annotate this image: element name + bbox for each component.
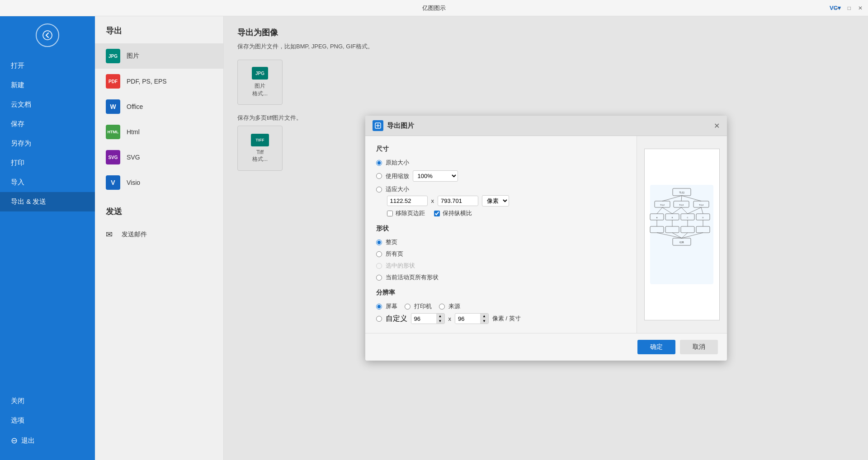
res-height-input[interactable] [455, 314, 480, 324]
maximize-button[interactable]: □ [848, 5, 851, 11]
size-original-radio[interactable] [376, 160, 382, 166]
sidebar-item-close[interactable]: 关闭 [0, 391, 95, 411]
sidebar-label-print: 打印 [11, 159, 24, 167]
middle-label-svg: SVG [127, 154, 140, 161]
size-zoom-label: 使用缩放 [386, 172, 409, 180]
dialog-preview-panel: 节点1 节点2 节点3 节点4 A [637, 136, 727, 333]
send-section-title: 发送 [95, 195, 223, 224]
shape-currentpage-radio[interactable] [376, 275, 382, 281]
middle-item-image[interactable]: JPG 图片 [95, 43, 223, 69]
fit-unit-select[interactable]: 像素 毫米 厘米 [482, 195, 509, 207]
res-printer-radio[interactable] [405, 304, 410, 310]
res-screen-row: 屏幕 [376, 302, 397, 310]
sidebar-label-exit: 退出 [21, 437, 35, 445]
middle-item-email[interactable]: ✉ 发送邮件 [95, 224, 223, 245]
sidebar-label-options: 选项 [11, 416, 24, 425]
size-fit-radio[interactable] [376, 187, 382, 192]
middle-item-visio[interactable]: V Visio [95, 170, 223, 195]
dialog-title: 导出图片 [387, 122, 414, 130]
size-original-row: 原始大小 [376, 159, 626, 167]
sidebar-label-save: 保存 [11, 120, 24, 128]
sidebar-item-new[interactable]: 新建 [0, 75, 95, 95]
shape-section-header: 形状 [376, 225, 626, 233]
size-checkbox-row: 移除页边距 保持纵横比 [387, 209, 626, 217]
sidebar-item-print[interactable]: 打印 [0, 153, 95, 173]
size-zoom-radio[interactable] [376, 173, 382, 179]
window-controls: — □ ✕ [835, 5, 863, 11]
keep-ratio-label: 保持纵横比 [443, 209, 472, 217]
close-window-button[interactable]: ✕ [858, 5, 863, 11]
jpg-icon: JPG [106, 49, 120, 63]
cancel-button[interactable]: 取消 [680, 340, 718, 354]
sidebar-item-open[interactable]: 打开 [0, 56, 95, 75]
keep-ratio-checkbox[interactable] [434, 211, 440, 216]
sidebar-label-open: 打开 [11, 61, 24, 70]
back-icon [42, 30, 52, 40]
size-zoom-row: 使用缩放 100% 50% 150% 200% [376, 170, 626, 182]
size-section-header: 尺寸 [376, 145, 626, 153]
email-icon: ✉ [106, 230, 113, 239]
shape-fullpage-row: 整页 [376, 238, 626, 246]
res-source-row: 来源 [439, 302, 460, 310]
sidebar-item-options[interactable]: 选项 [0, 411, 95, 430]
svg-text:结果: 结果 [679, 241, 684, 244]
svg-text:C: C [687, 216, 689, 219]
size-radio-group: 原始大小 使用缩放 100% 50% 150% 200% [376, 159, 626, 193]
sidebar: 打开 新建 云文档 保存 另存为 打印 导入 导出 & 发送 关闭 选项 ⊖ 退… [0, 16, 95, 460]
size-x-label: x [431, 197, 434, 204]
shape-selected-radio[interactable] [376, 263, 382, 269]
dialog-header: 导出图片 ✕ [365, 116, 727, 136]
zoom-select[interactable]: 100% 50% 150% 200% [413, 170, 458, 182]
preview-diagram: 节点1 节点2 节点3 节点4 A [646, 180, 718, 289]
res-height-down-button[interactable]: ▼ [480, 319, 488, 324]
sidebar-label-save-as: 另存为 [11, 139, 31, 148]
sidebar-label-new: 新建 [11, 81, 24, 89]
svg-text:B: B [672, 216, 673, 219]
middle-item-pdf[interactable]: PDF PDF, PS, EPS [95, 69, 223, 94]
middle-item-html[interactable]: HTML Html [95, 119, 223, 145]
sidebar-item-cloud[interactable]: 云文档 [0, 95, 95, 114]
visio-icon: V [106, 175, 120, 190]
res-source-radio[interactable] [439, 304, 445, 310]
pdf-icon: PDF [106, 74, 120, 89]
sidebar-item-exit[interactable]: ⊖ 退出 [0, 430, 95, 451]
res-custom-radio[interactable] [376, 316, 382, 322]
dialog-close-button[interactable]: ✕ [714, 122, 720, 130]
svg-text:D: D [703, 216, 704, 219]
minimize-button[interactable]: — [835, 5, 840, 11]
res-height-up-button[interactable]: ▲ [480, 314, 488, 319]
back-button[interactable] [36, 23, 59, 47]
remove-margin-checkbox[interactable] [387, 211, 393, 216]
confirm-button[interactable]: 确定 [637, 340, 675, 354]
sidebar-item-export[interactable]: 导出 & 发送 [0, 192, 95, 211]
res-unit-label: 像素 / 英寸 [492, 314, 521, 323]
fit-width-input[interactable] [387, 196, 428, 206]
res-width-up-button[interactable]: ▲ [436, 314, 444, 319]
sidebar-item-import[interactable]: 导入 [0, 173, 95, 192]
html-icon: HTML [106, 125, 120, 139]
shape-allpages-radio[interactable] [376, 251, 382, 257]
sidebar-item-save-as[interactable]: 另存为 [0, 134, 95, 153]
res-custom-label: 自定义 [386, 314, 407, 324]
middle-label-html: Html [127, 128, 140, 136]
shape-allpages-row: 所有页 [376, 250, 626, 258]
sidebar-label-close: 关闭 [11, 397, 24, 405]
res-width-down-button[interactable]: ▼ [436, 319, 444, 324]
middle-label-email: 发送邮件 [122, 230, 147, 239]
svg-point-0 [43, 31, 52, 40]
middle-label-image: 图片 [127, 52, 139, 60]
fit-height-input[interactable] [438, 196, 478, 206]
remove-margin-label: 移除页边距 [396, 209, 425, 217]
res-screen-radio[interactable] [376, 304, 382, 310]
middle-item-svg[interactable]: SVG SVG [95, 145, 223, 170]
shape-fullpage-label: 整页 [386, 238, 397, 246]
res-width-input[interactable] [411, 314, 436, 324]
fit-size-row: x 像素 毫米 厘米 [387, 195, 626, 207]
export-dialog: 导出图片 ✕ 尺寸 原始大小 使用缩放 100% [365, 116, 727, 361]
shape-fullpage-radio[interactable] [376, 239, 382, 245]
sidebar-item-save[interactable]: 保存 [0, 114, 95, 134]
middle-label-pdf: PDF, PS, EPS [127, 78, 167, 85]
middle-item-office[interactable]: W Office [95, 94, 223, 119]
svg-text:节点4: 节点4 [699, 204, 704, 206]
shape-radio-group: 整页 所有页 选中的形状 当前活动页所有形状 [376, 238, 626, 282]
